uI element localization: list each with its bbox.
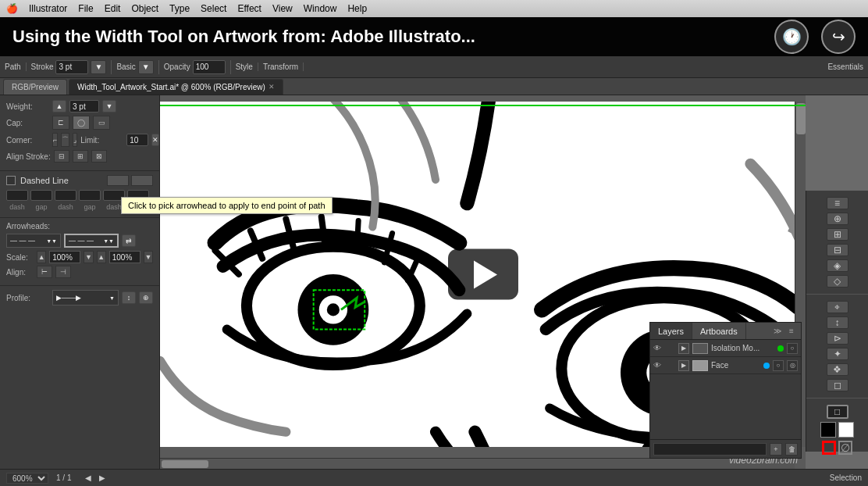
- right-tool-12[interactable]: ◻: [827, 379, 848, 391]
- arrowhead-end-select[interactable]: — — — ▼: [64, 234, 119, 248]
- zoom-select[interactable]: 600%: [6, 473, 48, 484]
- tab-width-tool[interactable]: Width_Tool_Artwork_Start.ai* @ 600% (RGB…: [69, 79, 283, 95]
- right-tool-8[interactable]: ↕: [827, 316, 848, 329]
- h-scrollbar-thumb[interactable]: [162, 460, 208, 468]
- menu-effect[interactable]: Effect: [237, 3, 261, 14]
- style-group: Style: [236, 63, 258, 71]
- stroke-panel: Weight: ▲ ▼ Cap: ⊏ ◯ ▭ Corner: ⌐ ⌒ ⌟ Lim…: [0, 95, 160, 469]
- menu-object[interactable]: Object: [131, 3, 158, 14]
- layer-target-1[interactable]: ◎: [787, 360, 798, 371]
- dash1-input[interactable]: [6, 190, 28, 201]
- cap-butt-btn[interactable]: ⊏: [52, 116, 69, 130]
- right-tool-11[interactable]: ❖: [827, 363, 848, 376]
- corner-bevel-btn[interactable]: ⌟: [73, 133, 77, 147]
- cap-round-btn[interactable]: ◯: [73, 116, 90, 130]
- menu-window[interactable]: Window: [304, 3, 337, 14]
- layer-row-1[interactable]: 👁 ▶ Face ○ ◎: [650, 357, 801, 374]
- tab-close-icon[interactable]: ✕: [269, 83, 275, 91]
- apple-menu[interactable]: 🍎: [6, 3, 18, 14]
- layers-tab[interactable]: Layers: [650, 323, 692, 339]
- background-color[interactable]: [838, 422, 854, 438]
- right-tool-2[interactable]: ⊕: [827, 213, 848, 225]
- stroke-dropdown[interactable]: ▼: [91, 60, 106, 74]
- scale-end-up[interactable]: ▲: [97, 251, 106, 263]
- menu-type[interactable]: Type: [169, 3, 190, 14]
- menu-help[interactable]: Help: [347, 3, 367, 14]
- dash-style-btn2[interactable]: [131, 175, 153, 186]
- nav-prev[interactable]: ◀: [85, 473, 91, 482]
- right-tool-1[interactable]: ≡: [827, 197, 848, 209]
- layer-expand-1[interactable]: ▶: [678, 360, 689, 371]
- dash2-input[interactable]: [55, 190, 76, 201]
- layer-expand-0[interactable]: ▶: [678, 343, 689, 354]
- align-arrowhead-btn2[interactable]: ⊣: [55, 266, 71, 278]
- horizontal-scrollbar[interactable]: [160, 458, 795, 469]
- cap-square-btn[interactable]: ▭: [93, 116, 110, 130]
- scale-end-input[interactable]: [109, 251, 141, 263]
- tab-rgb-preview[interactable]: RGB/Preview: [3, 79, 67, 95]
- nav-next[interactable]: ▶: [99, 473, 105, 482]
- align-outside-btn[interactable]: ⊠: [91, 150, 107, 163]
- scale-start-up[interactable]: ▲: [37, 251, 46, 263]
- scale-end-down[interactable]: ▼: [144, 251, 153, 263]
- profile-extra-btn[interactable]: ⊕: [139, 291, 153, 304]
- stroke-group: Stroke ▼: [31, 60, 112, 74]
- play-button[interactable]: [448, 249, 518, 300]
- v-scrollbar-thumb[interactable]: [796, 103, 806, 134]
- layer-add-btn[interactable]: +: [770, 443, 782, 456]
- scale-start-down[interactable]: ▼: [84, 251, 93, 263]
- right-tool-9[interactable]: ⊳: [827, 332, 848, 345]
- layers-close-btn[interactable]: ≡: [785, 325, 798, 338]
- gap1-input[interactable]: [30, 190, 52, 201]
- artboards-tab[interactable]: Artboards: [692, 323, 746, 339]
- layer-lock-1[interactable]: ○: [773, 360, 784, 371]
- weight-up-btn[interactable]: ▲: [52, 100, 66, 113]
- weight-down-btn[interactable]: ▼: [102, 100, 116, 113]
- eye-icon-1[interactable]: 👁: [653, 361, 663, 370]
- dashed-checkbox[interactable]: [6, 176, 16, 185]
- basic-dropdown[interactable]: ▼: [138, 60, 154, 74]
- right-tool-10[interactable]: ✦: [827, 348, 848, 360]
- weight-input[interactable]: [69, 100, 99, 113]
- menu-select[interactable]: Select: [201, 3, 226, 14]
- corner-round-btn[interactable]: ⌒: [61, 133, 69, 147]
- align-inside-btn[interactable]: ⊞: [73, 150, 88, 163]
- layer-search-input[interactable]: [653, 443, 767, 456]
- none-indicator[interactable]: ∅: [838, 441, 852, 455]
- dash-style-btn1[interactable]: [107, 175, 129, 186]
- menu-edit[interactable]: Edit: [105, 3, 121, 14]
- right-tool-13[interactable]: □: [827, 405, 848, 419]
- align-arrowhead-btn1[interactable]: ⊢: [37, 266, 52, 278]
- opacity-label: Opacity: [164, 63, 190, 71]
- layer-delete-btn[interactable]: 🗑: [785, 443, 798, 456]
- share-button[interactable]: ↪: [821, 20, 856, 54]
- menu-file[interactable]: File: [78, 3, 93, 14]
- clock-button[interactable]: 🕐: [774, 20, 809, 54]
- profile-select[interactable]: ▶——▶ ▼: [52, 290, 119, 306]
- right-tool-4[interactable]: ⊟: [827, 244, 848, 256]
- scale-start-input[interactable]: [49, 251, 80, 263]
- align-center-btn[interactable]: ⊟: [54, 150, 69, 163]
- right-tool-7[interactable]: ⌖: [827, 301, 848, 313]
- right-tool-6[interactable]: ◇: [827, 275, 848, 288]
- foreground-color[interactable]: [820, 422, 836, 438]
- corner-miter-btn[interactable]: ⌐: [52, 133, 58, 147]
- opacity-input[interactable]: [193, 60, 226, 74]
- stroke-indicator[interactable]: [822, 441, 836, 455]
- stroke-value-input[interactable]: [55, 60, 88, 74]
- right-tools-panel: ≡ ⊕ ⊞ ⊟ ◈ ◇ ⌖ ↕ ⊳ ✦ ❖ ◻ □ ∅: [806, 191, 868, 452]
- limit-close-btn[interactable]: ✕: [151, 134, 159, 146]
- menu-view[interactable]: View: [272, 3, 293, 14]
- right-tool-3[interactable]: ⊞: [827, 228, 848, 241]
- layers-menu-btn[interactable]: ≫: [771, 325, 784, 338]
- eye-icon-0[interactable]: 👁: [653, 344, 663, 353]
- gap2-input[interactable]: [79, 190, 101, 201]
- arrowhead-start-select[interactable]: — — — ▼: [6, 234, 61, 248]
- right-tool-5[interactable]: ◈: [827, 259, 848, 272]
- limit-input[interactable]: [126, 134, 148, 146]
- layer-row-0[interactable]: 👁 ▶ Isolation Mo... ○: [650, 340, 801, 357]
- profile-flip-btn[interactable]: ↕: [122, 291, 136, 304]
- swap-arrowheads-btn[interactable]: ⇄: [122, 234, 136, 247]
- menu-illustrator[interactable]: Illustrator: [29, 3, 67, 14]
- layer-lock-0[interactable]: ○: [787, 343, 798, 354]
